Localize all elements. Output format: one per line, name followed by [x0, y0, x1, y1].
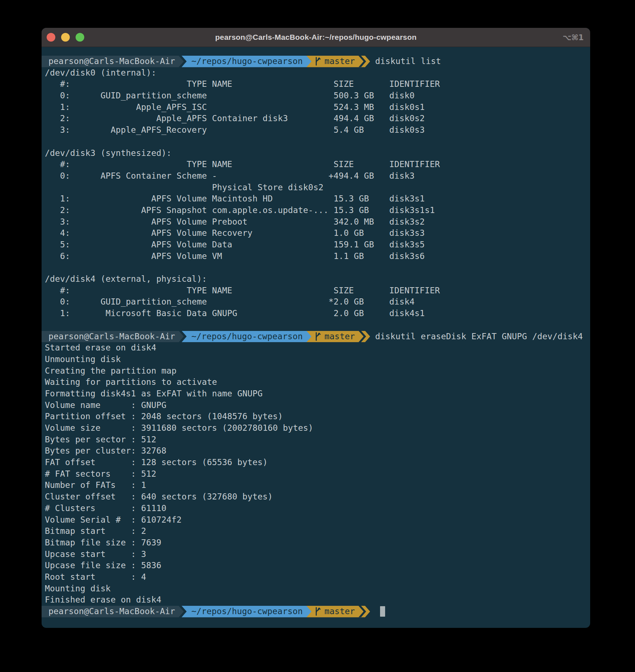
prompt-path-segment: ~/repos/hugo-cwpearson [182, 56, 311, 67]
titlebar[interactable]: pearson@Carls-MacBook-Air:~/repos/hugo-c… [42, 28, 590, 47]
output-line: FAT offset : 128 sectors (65536 bytes) [45, 457, 587, 468]
output-line: Unmounting disk [45, 354, 587, 365]
prompt-user-segment: pearson@Carls-MacBook-Air [42, 56, 184, 67]
output-line: 1: Apple_APFS_ISC 524.3 MB disk0s1 [45, 102, 587, 113]
output-line [45, 319, 587, 331]
output-line [45, 262, 587, 273]
prompt-user: pearson@Carls-MacBook-Air [48, 56, 175, 67]
prompt-branch: master [324, 56, 355, 67]
prompt-user-segment: pearson@Carls-MacBook-Air [42, 606, 184, 617]
output-line: Volume Serial # : 610724f2 [45, 514, 587, 526]
output-line: Cluster offset : 640 sectors (327680 byt… [45, 491, 587, 503]
output-line: Formatting disk4s1 as ExFAT with name GN… [45, 388, 587, 400]
output-line: #: TYPE NAME SIZE IDENTIFIER [45, 285, 587, 297]
output-line: 2: APFS Snapshot com.apple.os.update-...… [45, 205, 587, 216]
output-line: 3: Apple_APFS_Recovery 5.4 GB disk0s3 [45, 124, 587, 136]
output-line: 0: APFS Container Scheme - +494.4 GB dis… [45, 170, 587, 182]
zoom-button[interactable] [76, 33, 84, 42]
output-line: 3: APFS Volume Preboot 342.0 MB disk3s2 [45, 216, 587, 228]
terminal-window: pearson@Carls-MacBook-Air:~/repos/hugo-c… [42, 28, 590, 628]
git-branch-icon [314, 332, 321, 341]
prompt-path-segment: ~/repos/hugo-cwpearson [182, 331, 311, 343]
output-line: Bitmap start : 2 [45, 526, 587, 537]
output-line: # FAT sectors : 512 [45, 468, 587, 480]
prompt-line: pearson@Carls-MacBook-Air ~/repos/hugo-c… [42, 56, 590, 67]
output-line: # Clusters : 61110 [45, 503, 587, 514]
output-line: Finished erase on disk4 [45, 594, 587, 606]
terminal-content[interactable]: pearson@Carls-MacBook-Air ~/repos/hugo-c… [42, 47, 590, 617]
prompt-path-segment: ~/repos/hugo-cwpearson [182, 606, 311, 617]
prompt-line: pearson@Carls-MacBook-Air ~/repos/hugo-c… [42, 331, 590, 343]
output-line: 4: APFS Volume Recovery 1.0 GB disk3s3 [45, 227, 587, 239]
output-line: 0: GUID_partition_scheme *2.0 GB disk4 [45, 296, 587, 308]
output-line: Bytes per sector : 512 [45, 434, 587, 446]
prompt-branch-segment: master [306, 331, 370, 343]
output-line: 5: APFS Volume Data 159.1 GB disk3s5 [45, 239, 587, 251]
window-shortcut-hint: ⌥⌘1 [563, 28, 584, 47]
output-line: Number of FATs : 1 [45, 480, 587, 491]
output-line: 1: Microsoft Basic Data GNUPG 2.0 GB dis… [45, 308, 587, 319]
prompt-line: pearson@Carls-MacBook-Air ~/repos/hugo-c… [42, 606, 590, 617]
output-line: 1: APFS Volume Macintosh HD 15.3 GB disk… [45, 193, 587, 205]
output-line: /dev/disk4 (external, physical): [45, 273, 587, 285]
command-text: diskutil eraseDisk ExFAT GNUPG /dev/disk… [370, 331, 583, 343]
output-line: 2: Apple_APFS Container disk3 494.4 GB d… [45, 113, 587, 124]
output-line: Mounting disk [45, 583, 587, 595]
output-line [45, 136, 587, 148]
output-line: /dev/disk3 (synthesized): [45, 148, 587, 159]
output-line: Volume size : 3911680 sectors (200278016… [45, 422, 587, 434]
output-line: Creating the partition map [45, 365, 587, 377]
output-line: Bitmap file size : 7639 [45, 537, 587, 549]
prompt-user-segment: pearson@Carls-MacBook-Air [42, 331, 184, 343]
git-branch-icon [314, 56, 321, 66]
output-line: Waiting for partitions to activate [45, 377, 587, 388]
output-line: /dev/disk0 (internal): [45, 67, 587, 79]
output-line: Started erase on disk4 [45, 342, 587, 354]
output-line: Upcase start : 3 [45, 549, 587, 560]
git-branch-icon [314, 607, 321, 616]
output-line: 6: APFS Volume VM 1.1 GB disk3s6 [45, 251, 587, 262]
output-line: Volume name : GNUPG [45, 400, 587, 411]
prompt-branch-segment: master [306, 56, 370, 67]
output-line: Physical Store disk0s2 [45, 182, 587, 193]
prompt-branch: master [324, 331, 355, 343]
output-line: Upcase file size : 5836 [45, 560, 587, 571]
cursor-block [380, 606, 385, 617]
output-line: #: TYPE NAME SIZE IDENTIFIER [45, 159, 587, 170]
output-line: #: TYPE NAME SIZE IDENTIFIER [45, 78, 587, 90]
prompt-branch: master [324, 606, 355, 617]
output-line: Bytes per cluster: 32768 [45, 445, 587, 457]
prompt-path: ~/repos/hugo-cwpearson [191, 331, 303, 343]
prompt-user: pearson@Carls-MacBook-Air [48, 606, 175, 617]
window-title: pearson@Carls-MacBook-Air:~/repos/hugo-c… [42, 33, 590, 42]
output-line: 0: GUID_partition_scheme 500.3 GB disk0 [45, 90, 587, 102]
minimize-button[interactable] [61, 33, 70, 42]
traffic-lights [42, 33, 84, 42]
command-text: diskutil list [370, 56, 441, 67]
prompt-branch-segment: master [306, 606, 370, 617]
prompt-path: ~/repos/hugo-cwpearson [191, 56, 303, 67]
prompt-user: pearson@Carls-MacBook-Air [48, 331, 175, 343]
output-line: Root start : 4 [45, 571, 587, 583]
output-line: Partition offset : 2048 sectors (1048576… [45, 411, 587, 422]
prompt-path: ~/repos/hugo-cwpearson [191, 606, 303, 617]
close-button[interactable] [47, 33, 55, 42]
